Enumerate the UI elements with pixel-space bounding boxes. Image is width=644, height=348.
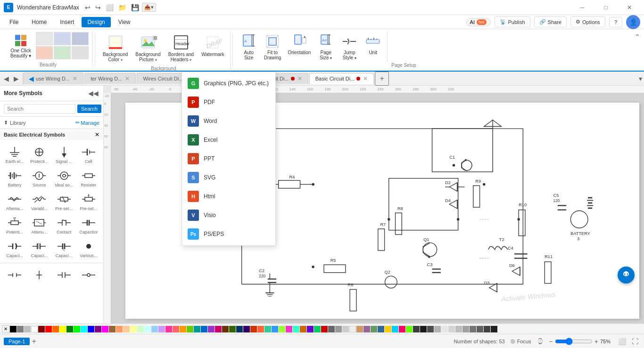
new-button[interactable]: ⬜ — [104, 3, 116, 12]
fit-page-button[interactable]: ⬜ — [616, 337, 628, 346]
symbol-ideal[interactable]: Ideal so... — [52, 167, 76, 189]
color-swatch-pink[interactable] — [165, 326, 172, 332]
color-swatch-medium1[interactable] — [462, 326, 469, 332]
unit-button[interactable]: Unit — [363, 31, 383, 62]
maximize-button[interactable]: □ — [595, 0, 617, 15]
color-swatch-hotpink[interactable] — [286, 326, 292, 332]
export-svg-item[interactable]: S SVG — [182, 168, 275, 187]
color-swatch-darkorange[interactable] — [300, 326, 306, 332]
search-button[interactable]: Search — [77, 105, 101, 113]
color-swatch-skyblue[interactable] — [272, 326, 278, 332]
symbol-cap3[interactable]: Capaci... — [27, 237, 51, 260]
jump-style-button[interactable]: JumpStyle ▾ — [339, 31, 360, 62]
color-swatch-amber[interactable] — [180, 326, 186, 332]
add-tab-button[interactable]: + — [375, 72, 388, 86]
color-swatch-yellow[interactable] — [59, 326, 66, 332]
color-swatch-red[interactable] — [45, 326, 52, 332]
color-swatch-chartreuse[interactable] — [187, 326, 193, 332]
publish-button[interactable]: 📡 Publish — [495, 16, 530, 27]
ai-badge[interactable]: AI hot — [466, 18, 491, 26]
orientation-button[interactable]: Orientation — [286, 31, 313, 62]
symbol-extra4[interactable] — [77, 266, 100, 284]
open-button[interactable]: 📁 — [116, 3, 128, 12]
chatbot-button[interactable] — [618, 267, 635, 283]
color-swatch-teal[interactable] — [194, 326, 200, 332]
close-tab-1[interactable]: ✕ — [73, 75, 77, 82]
share-button[interactable]: 🔗 Share — [534, 16, 567, 27]
symbol-earth[interactable]: Earth el... — [3, 143, 26, 166]
close-tab-2[interactable]: ✕ — [125, 75, 130, 82]
color-swatch-darkred[interactable] — [321, 326, 328, 332]
color-swatch-medium4[interactable] — [484, 326, 490, 332]
style-cell-2[interactable] — [54, 32, 71, 45]
color-swatch-white[interactable] — [31, 326, 38, 332]
color-swatch-brown[interactable] — [109, 326, 116, 332]
color-swatch-emerald[interactable] — [314, 326, 321, 332]
symbol-cat-header[interactable]: Basic Electrical Symbols ✕ — [0, 129, 103, 140]
color-swatch-coral[interactable] — [257, 326, 264, 332]
export-word-item[interactable]: W Word — [182, 112, 275, 130]
add-page-button[interactable]: + — [32, 337, 36, 346]
color-swatch-lightred[interactable] — [173, 326, 179, 332]
search-input[interactable] — [4, 104, 75, 113]
export-button[interactable]: 📤▾ — [142, 3, 156, 12]
symbol-attenuator[interactable]: Attenu... — [27, 214, 51, 236]
symbol-cap4[interactable]: Capaci... — [52, 237, 76, 260]
color-swatch-silver[interactable] — [24, 326, 31, 332]
style-cell-6[interactable] — [72, 46, 89, 59]
color-swatch-cyan[interactable] — [81, 326, 87, 332]
fit-drawing-button[interactable]: Fit toDrawing — [262, 31, 283, 62]
color-swatch-green[interactable] — [66, 326, 73, 332]
color-swatch-aquamarine[interactable] — [293, 326, 299, 332]
ribbon-collapse-button[interactable]: ⌃ — [635, 33, 640, 40]
color-swatch-azure[interactable] — [392, 326, 398, 332]
symbol-extra3[interactable] — [52, 266, 76, 284]
page-1-tab[interactable]: Page-1 — [4, 338, 30, 345]
menu-view[interactable]: View — [113, 17, 136, 27]
tab-1[interactable]: ◀ use Wiring D... ✕ — [23, 73, 83, 84]
export-excel-item[interactable]: X Excel — [182, 130, 275, 149]
symbol-variable[interactable]: Variabl... — [27, 190, 51, 213]
color-swatch-lightyellow[interactable] — [130, 326, 137, 332]
color-swatch-orange[interactable] — [52, 326, 59, 332]
background-picture-button[interactable]: 🖼 BackgroundPicture ▾ — [133, 31, 162, 64]
color-swatch-lightblue[interactable] — [151, 326, 158, 332]
symbol-contact[interactable]: Contact — [52, 214, 76, 236]
color-swatch-black[interactable] — [10, 326, 17, 332]
color-swatch-medium3[interactable] — [477, 326, 483, 332]
color-swatch-navy[interactable] — [236, 326, 243, 332]
symbol-potentio[interactable]: Potenti... — [3, 214, 26, 236]
color-swatch-maroon[interactable] — [38, 326, 45, 332]
minimize-button[interactable]: ─ — [571, 0, 593, 15]
symbol-extra2[interactable] — [27, 266, 51, 284]
menu-design[interactable]: Design — [82, 17, 110, 27]
user-avatar[interactable]: 👤 — [626, 15, 640, 29]
color-swatch-light2[interactable] — [441, 326, 448, 332]
background-color-button[interactable]: BackgroundColor ▾ — [101, 31, 130, 64]
color-swatch-light3[interactable] — [448, 326, 455, 332]
color-swatch-violet[interactable] — [208, 326, 215, 332]
export-graphics-item[interactable]: G Graphics (PNG, JPG etc.) — [182, 74, 275, 93]
color-swatch-magenta[interactable] — [102, 326, 108, 332]
manage-link[interactable]: ✏ Manage — [75, 120, 99, 126]
menu-file[interactable]: File — [4, 17, 24, 27]
color-swatch-lightcyan[interactable] — [144, 326, 151, 332]
color-swatch-salmon[interactable] — [116, 326, 123, 332]
undo-button[interactable]: ↩ — [83, 3, 92, 12]
color-swatch-brick[interactable] — [250, 326, 257, 332]
auto-size-button[interactable]: A AutoSize — [239, 31, 259, 62]
color-swatch-gold[interactable] — [385, 326, 391, 332]
tab-prev-button[interactable]: ◀ — [2, 74, 11, 83]
fullscreen-button[interactable]: ⛶ — [630, 337, 640, 346]
color-swatch-midgray[interactable] — [335, 326, 342, 332]
close-button[interactable]: ✕ — [619, 0, 640, 15]
symbol-battery[interactable]: Battery — [3, 167, 26, 189]
color-swatch-crimson[interactable] — [215, 326, 222, 332]
zoom-out-button[interactable]: − — [549, 338, 553, 345]
symbol-preset1[interactable]: Pre-set... — [52, 190, 76, 213]
symbol-protection[interactable]: Protecti... — [27, 143, 51, 166]
watermark-button[interactable]: DRAFT Watermark — [199, 31, 226, 64]
export-html-item[interactable]: H Html — [182, 187, 275, 206]
menu-home[interactable]: Home — [26, 17, 52, 27]
color-swatch-tan[interactable] — [356, 326, 363, 332]
